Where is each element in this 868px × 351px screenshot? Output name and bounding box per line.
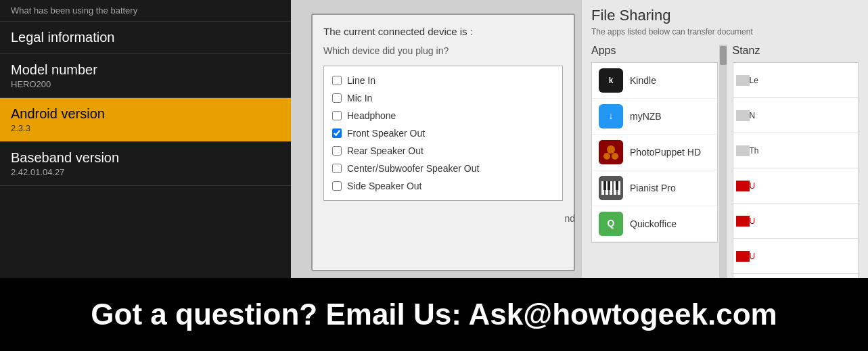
app-name-quickoffice: Quickoffice [630, 218, 677, 229]
option-label-side-speaker: Side Speaker Out [347, 181, 422, 191]
apps-column: Apps k Kindle ↓ myNZB [591, 45, 718, 278]
battery-item[interactable]: What has been using the battery [0, 0, 291, 22]
right-file-sharing-panel: File Sharing The apps listed below can t… [582, 0, 868, 278]
option-label-mic-in: Mic In [347, 93, 372, 103]
checkbox-mic-in[interactable] [332, 93, 342, 103]
file-sharing-title: File Sharing [591, 7, 859, 24]
app-name-pianist: Pianist Pro [630, 183, 676, 193]
svg-point-7 [612, 153, 618, 160]
option-label-line-in: Line In [347, 75, 375, 86]
banner-text: Got a question? Email Us: Ask@howtogeek.… [91, 298, 777, 331]
stanz-text-4: U [750, 216, 756, 226]
battery-label: What has been using the battery [11, 5, 137, 16]
kindle-icon: k [599, 68, 623, 93]
app-name-mynzb: myNZB [630, 111, 662, 122]
checkbox-headphone[interactable] [332, 111, 342, 120]
svg-text:k: k [609, 76, 614, 85]
checkbox-front-speaker[interactable] [332, 128, 342, 138]
option-label-rear-speaker: Rear Speaker Out [347, 145, 424, 156]
svg-point-5 [607, 145, 615, 154]
app-item-mynzb[interactable]: ↓ myNZB [592, 99, 717, 135]
apps-list: k Kindle ↓ myNZB [591, 62, 718, 243]
file-sharing-desc: The apps listed below can transfer docum… [591, 27, 859, 37]
dialog-header: The current connected device is : [323, 26, 563, 37]
app-item-kindle[interactable]: k Kindle [592, 63, 717, 99]
stanz-icon-5 [736, 251, 750, 262]
svg-rect-22 [736, 181, 750, 191]
svg-rect-23 [736, 216, 750, 227]
pianist-icon [599, 176, 623, 200]
checkbox-center-speaker[interactable] [332, 164, 342, 173]
svg-rect-24 [736, 251, 750, 262]
app-item-pianist[interactable]: Pianist Pro [592, 170, 717, 206]
svg-text:Q: Q [608, 218, 615, 229]
svg-text:↓: ↓ [609, 110, 614, 121]
svg-rect-20 [736, 110, 750, 121]
stanz-icon-4 [736, 216, 750, 227]
svg-rect-19 [736, 75, 750, 86]
option-front-speaker[interactable]: Front Speaker Out [332, 124, 554, 142]
option-label-headphone: Headphone [347, 110, 396, 121]
left-settings-panel: What has been using the battery Legal in… [0, 0, 291, 278]
model-item[interactable]: Model number HERO200 [0, 54, 291, 98]
stanz-item-3: U [733, 168, 859, 204]
option-line-in[interactable]: Line In [332, 72, 554, 89]
legal-title: Legal information [11, 30, 280, 45]
svg-rect-21 [736, 145, 750, 156]
stanz-icon-1 [736, 110, 750, 121]
option-headphone[interactable]: Headphone [332, 107, 554, 124]
stanz-item-0: Le [733, 63, 859, 98]
stanz-text-1: N [750, 111, 756, 120]
svg-rect-15 [608, 181, 610, 190]
stanz-text-5: U [750, 252, 756, 261]
svg-rect-14 [603, 181, 606, 190]
stanz-item-6: W [733, 274, 859, 278]
option-label-front-speaker: Front Speaker Out [347, 128, 425, 139]
stanz-text-3: U [750, 181, 756, 191]
apps-header: Apps [591, 45, 718, 57]
scrollbar-thumb[interactable] [720, 46, 727, 65]
stanz-item-4: U [733, 204, 859, 239]
stanz-text-2: Th [750, 146, 759, 156]
dialog-options-list: Line In Mic In Headphone Front Speaker O… [323, 66, 563, 201]
app-name-photopuppet: PhotoPuppet HD [630, 147, 701, 158]
option-label-center-speaker: Center/Subwoofer Speaker Out [347, 163, 479, 174]
option-rear-speaker[interactable]: Rear Speaker Out [332, 142, 554, 160]
stanz-header: Stanz [733, 45, 859, 57]
svg-rect-16 [616, 181, 618, 190]
partial-text-nd: nd [564, 213, 575, 224]
option-center-speaker[interactable]: Center/Subwoofer Speaker Out [332, 160, 554, 177]
stanz-item-5: U [733, 239, 859, 274]
stanz-icon-0 [736, 75, 750, 86]
checkbox-line-in[interactable] [332, 76, 342, 85]
stanz-item-2: Th [733, 133, 859, 168]
android-item[interactable]: Android version 2.3.3 [0, 98, 291, 142]
baseband-item[interactable]: Baseband version 2.42.01.04.27 [0, 142, 291, 186]
stanz-text-0: Le [750, 76, 758, 85]
baseband-title: Baseband version [11, 150, 280, 166]
option-side-speaker[interactable]: Side Speaker Out [332, 177, 554, 195]
dialog-question: Which device did you plug in? [323, 45, 563, 56]
photopuppet-icon [599, 140, 623, 164]
checkbox-side-speaker[interactable] [332, 181, 342, 191]
app-name-kindle: Kindle [630, 75, 656, 86]
app-item-quickoffice[interactable]: Q Quickoffice [592, 206, 717, 242]
partial-right-list: Stanz Le N Th [733, 45, 859, 278]
svg-point-6 [603, 153, 610, 160]
android-title: Android version [11, 106, 280, 122]
scrollbar[interactable] [719, 45, 727, 278]
stanz-list: Le N Th U [733, 62, 859, 278]
app-item-photopuppet[interactable]: PhotoPuppet HD [592, 135, 717, 170]
checkbox-rear-speaker[interactable] [332, 146, 342, 156]
dialog-box: The current connected device is : Which … [311, 14, 575, 271]
stanz-item-1: N [733, 98, 859, 133]
android-value: 2.3.3 [11, 123, 280, 133]
model-title: Model number [11, 62, 280, 78]
stanz-icon-2 [736, 145, 750, 156]
quickoffice-icon: Q [599, 212, 623, 236]
apps-section: Apps k Kindle ↓ myNZB [591, 45, 859, 278]
baseband-value: 2.42.01.04.27 [11, 167, 280, 177]
option-mic-in[interactable]: Mic In [332, 89, 554, 107]
stanz-icon-3 [736, 181, 750, 191]
legal-item[interactable]: Legal information [0, 22, 291, 54]
